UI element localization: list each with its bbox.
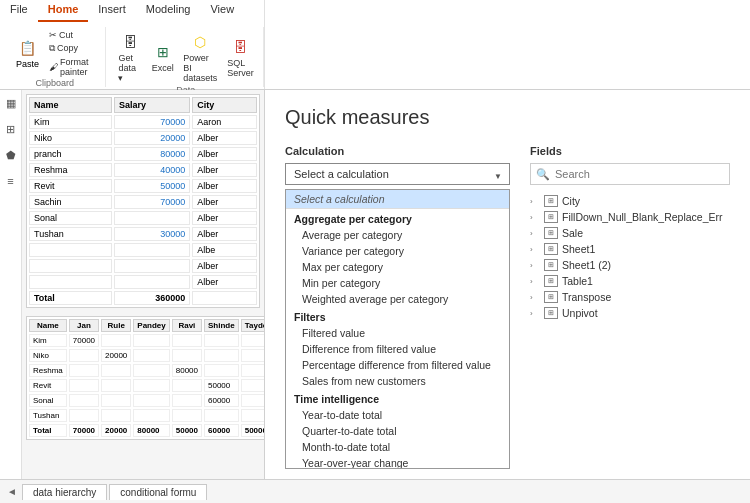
format-painter-button[interactable]: 🖌 Format painter (47, 56, 99, 78)
table-row: Kim 70000 (29, 334, 264, 347)
dialog-left: Calculation Select a calculation ▼ Selec… (285, 145, 510, 469)
table-row: Tushan (29, 409, 264, 422)
group-header-aggregate: Aggregate per category (286, 209, 509, 227)
data-btns: 🗄 Getdata ▾ ⊞ Excel ⬡ Power BIdatasets 🗄… (114, 29, 257, 85)
dropdown-selected-placeholder: Select a calculation (286, 190, 509, 209)
table-row: Reshma 80000 (29, 364, 264, 377)
table-row: Sachin 70000 Alber (29, 195, 257, 209)
field-sheet1[interactable]: › ⊞ Sheet1 (530, 241, 730, 257)
tab-home[interactable]: Home (38, 0, 89, 22)
left-panel: ▦ ⊞ ⬟ ≡ Name Salary City Kim 70000 (0, 90, 265, 479)
total-row: Total 70000 20000 80000 50000 60000 5000… (29, 424, 264, 437)
table-icon: ⊞ (544, 275, 558, 287)
cut-icon: ✂ (49, 30, 57, 40)
tab-insert[interactable]: Insert (88, 0, 136, 22)
data-icon[interactable]: ⊞ (2, 120, 20, 138)
tab-modeling[interactable]: Modeling (136, 0, 201, 22)
total-row: Total 360000 (29, 291, 257, 305)
dax-icon[interactable]: ≡ (2, 172, 20, 190)
item-min-per-category[interactable]: Min per category (286, 275, 509, 291)
group-header-filters: Filters (286, 307, 509, 325)
item-qtd-total[interactable]: Quarter-to-date total (286, 423, 509, 439)
field-city[interactable]: › ⊞ City (530, 193, 730, 209)
table-row: Kim 70000 Aaron (29, 115, 257, 129)
item-yoy-change[interactable]: Year-over-year change (286, 455, 509, 469)
format-painter-label: Format painter (60, 57, 97, 77)
field-transpose[interactable]: › ⊞ Transpose (530, 289, 730, 305)
fields-label: Fields (530, 145, 730, 157)
ribbon-tabs: File Home Insert Modeling View (0, 0, 264, 22)
report-icon[interactable]: ▦ (2, 94, 20, 112)
dialog-body: Calculation Select a calculation ▼ Selec… (285, 145, 730, 469)
dialog-right: Fields 🔍 › ⊞ City › ⊞ FillDown_Null_Blan… (530, 145, 730, 469)
item-mtd-total[interactable]: Month-to-date total (286, 439, 509, 455)
clipboard-group-label: Clipboard (35, 78, 74, 90)
get-data-icon: 🗄 (119, 31, 141, 53)
item-filtered-value[interactable]: Filtered value (286, 325, 509, 341)
field-unpivot[interactable]: › ⊞ Unpivot (530, 305, 730, 321)
table-1: Name Salary City Kim 70000 Aaron Niko 20… (26, 94, 260, 308)
excel-button[interactable]: ⊞ Excel (148, 39, 177, 75)
search-container: 🔍 (530, 163, 730, 185)
model-icon[interactable]: ⬟ (2, 146, 20, 164)
item-diff-filtered[interactable]: Difference from filtered value (286, 341, 509, 357)
fields-tree: › ⊞ City › ⊞ FillDown_Null_Blank_Replace… (530, 193, 730, 321)
table-icon: ⊞ (544, 211, 558, 223)
excel-label: Excel (152, 63, 174, 73)
ribbon-wrapper: File Home Insert Modeling View 📋 Paste ✂ (0, 0, 265, 89)
search-input[interactable] (530, 163, 730, 185)
field-filldown[interactable]: › ⊞ FillDown_Null_Blank_Replace_Err (530, 209, 730, 225)
item-pct-diff-filtered[interactable]: Percentage difference from filtered valu… (286, 357, 509, 373)
field-city-label: City (562, 195, 580, 207)
tab-view[interactable]: View (200, 0, 244, 22)
field-table1-label: Table1 (562, 275, 593, 287)
item-sales-new-customers[interactable]: Sales from new customers (286, 373, 509, 389)
cut-label: Cut (59, 30, 73, 40)
tab-file[interactable]: File (0, 0, 38, 22)
power-bi-button[interactable]: ⬡ Power BIdatasets (179, 29, 222, 85)
item-average-per-category[interactable]: Average per category (286, 227, 509, 243)
tab-nav-left[interactable]: ◄ (4, 484, 20, 499)
copy-icon: ⧉ (49, 43, 55, 54)
tab-conditional-format[interactable]: conditional formu (109, 484, 207, 500)
sql-button[interactable]: 🗄 SQLServer (224, 34, 257, 80)
dropdown-list[interactable]: Select a calculation Aggregate per categ… (285, 189, 510, 469)
col-name: Name (29, 97, 112, 113)
table-icon: ⊞ (544, 243, 558, 255)
sql-icon: 🗄 (229, 36, 251, 58)
clipboard-group: 📋 Paste ✂ Cut ⧉ Copy 🖌 (4, 27, 106, 87)
table-row: Sonal Alber (29, 211, 257, 225)
calculation-label: Calculation (285, 145, 510, 157)
field-table1[interactable]: › ⊞ Table1 (530, 273, 730, 289)
paste-button[interactable]: 📋 Paste (10, 35, 45, 71)
col-salary: Salary (114, 97, 190, 113)
item-ytd-total[interactable]: Year-to-date total (286, 407, 509, 423)
item-variance-per-category[interactable]: Variance per category (286, 243, 509, 259)
table-row: Alber (29, 275, 257, 289)
field-sale[interactable]: › ⊞ Sale (530, 225, 730, 241)
field-transpose-label: Transpose (562, 291, 611, 303)
canvas-area: Name Salary City Kim 70000 Aaron Niko 20… (22, 90, 264, 479)
table-2: Name Jan Rule Pandey Ravi Shinde Tayde K… (26, 316, 264, 440)
tab-data-hierarchy[interactable]: data hierarchy (22, 484, 107, 500)
item-max-per-category[interactable]: Max per category (286, 259, 509, 275)
chevron-icon: › (530, 245, 540, 254)
table-row: Revit 50000 Alber (29, 179, 257, 193)
field-sheet1-2-label: Sheet1 (2) (562, 259, 611, 271)
calculation-dropdown-container: Select a calculation ▼ (285, 163, 510, 189)
data-group: 🗄 Getdata ▾ ⊞ Excel ⬡ Power BIdatasets 🗄… (108, 27, 264, 87)
field-sheet1-2[interactable]: › ⊞ Sheet1 (2) (530, 257, 730, 273)
group-header-time: Time intelligence (286, 389, 509, 407)
search-icon: 🔍 (536, 168, 550, 181)
copy-button[interactable]: ⧉ Copy (47, 42, 99, 55)
clipboard-mini-btns: ✂ Cut ⧉ Copy 🖌 Format painter (47, 29, 99, 78)
item-weighted-average[interactable]: Weighted average per category (286, 291, 509, 307)
get-data-label: Getdata ▾ (118, 53, 142, 83)
power-bi-label: Power BIdatasets (183, 53, 218, 83)
get-data-button[interactable]: 🗄 Getdata ▾ (114, 29, 146, 85)
table-row: Tushan 30000 Alber (29, 227, 257, 241)
cut-button[interactable]: ✂ Cut (47, 29, 99, 41)
power-bi-icon: ⬡ (189, 31, 211, 53)
sql-label: SQLServer (227, 58, 254, 78)
calculation-select[interactable]: Select a calculation (285, 163, 510, 185)
